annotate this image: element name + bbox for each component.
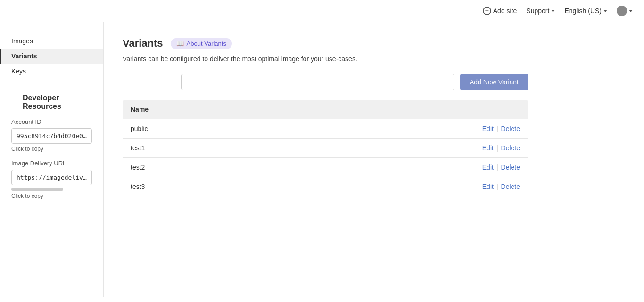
delivery-url-scrollbar[interactable] [11, 188, 63, 191]
sidebar-item-images[interactable]: Images [0, 33, 103, 49]
developer-resources-section: Developer Resources Account ID 995c8914c… [0, 94, 103, 199]
delete-variant-link[interactable]: Delete [501, 144, 520, 152]
add-site-button[interactable]: + Add site [483, 7, 517, 15]
delete-variant-link[interactable]: Delete [501, 125, 520, 132]
variant-actions-cell: Edit|Delete [279, 158, 528, 177]
variant-actions-cell: Edit|Delete [279, 139, 528, 158]
support-chevron-icon [551, 10, 555, 12]
edit-variant-link[interactable]: Edit [482, 163, 494, 171]
sidebar: Images Variants Keys Developer Resources… [0, 22, 104, 297]
language-chevron-icon [603, 10, 607, 12]
page-header: Variants 📖 About Variants [123, 37, 625, 49]
language-menu[interactable]: English (US) [564, 7, 607, 15]
page-description: Variants can be configured to deliver th… [123, 55, 625, 63]
developer-resources-title: Developer Resources [11, 94, 92, 111]
edit-variant-link[interactable]: Edit [482, 144, 494, 152]
main-content: Variants 📖 About Variants Variants can b… [104, 22, 644, 297]
account-id-copy-hint[interactable]: Click to copy [11, 146, 92, 152]
search-row: Add New Variant [123, 74, 528, 90]
action-separator: | [496, 163, 498, 171]
language-label: English (US) [564, 7, 602, 15]
topnav: + Add site Support English (US) [0, 0, 644, 22]
sidebar-item-variants[interactable]: Variants [0, 49, 103, 64]
column-name-header: Name [123, 100, 279, 119]
delete-variant-link[interactable]: Delete [501, 183, 520, 190]
delivery-url-copy-hint[interactable]: Click to copy [11, 193, 92, 199]
delivery-url-field[interactable]: https://imagedelivery.net/7kW0MTMw [11, 170, 92, 185]
sidebar-nav: Images Variants Keys [0, 33, 103, 79]
support-menu[interactable]: Support [526, 7, 555, 15]
book-icon: 📖 [176, 40, 184, 47]
add-site-label: Add site [493, 7, 517, 15]
action-separator: | [496, 183, 498, 190]
add-new-variant-button[interactable]: Add New Variant [460, 74, 528, 90]
delivery-url-label: Image Delivery URL [11, 160, 92, 167]
action-separator: | [496, 125, 498, 132]
delete-variant-link[interactable]: Delete [501, 163, 520, 171]
user-chevron-icon [629, 10, 633, 12]
column-actions-header [279, 100, 528, 119]
add-site-icon: + [483, 7, 491, 15]
main-layout: Images Variants Keys Developer Resources… [0, 22, 644, 297]
page-title: Variants [123, 37, 163, 49]
table-row: publicEdit|Delete [123, 119, 528, 139]
table-header-row: Name [123, 100, 528, 119]
support-label: Support [526, 7, 549, 15]
variant-name-cell: test1 [123, 139, 279, 158]
variant-name-cell: test3 [123, 177, 279, 196]
action-separator: | [496, 144, 498, 152]
table-row: test2Edit|Delete [123, 158, 528, 177]
account-id-field[interactable]: 995c8914c7b4d020e0626e366766bcb5 [11, 128, 92, 144]
edit-variant-link[interactable]: Edit [482, 183, 494, 190]
variants-table: Name publicEdit|Deletetest1Edit|Deletete… [123, 99, 528, 196]
variant-actions-cell: Edit|Delete [279, 119, 528, 139]
table-row: test3Edit|Delete [123, 177, 528, 196]
edit-variant-link[interactable]: Edit [482, 125, 494, 132]
search-input[interactable] [181, 74, 454, 90]
variant-name-cell: test2 [123, 158, 279, 177]
sidebar-item-keys[interactable]: Keys [0, 64, 103, 79]
variant-name-cell: public [123, 119, 279, 139]
user-menu[interactable] [617, 6, 633, 16]
user-avatar-icon [617, 6, 627, 16]
about-variants-badge[interactable]: 📖 About Variants [171, 38, 232, 49]
about-badge-label: About Variants [187, 40, 226, 47]
table-row: test1Edit|Delete [123, 139, 528, 158]
account-id-label: Account ID [11, 118, 92, 125]
variant-actions-cell: Edit|Delete [279, 177, 528, 196]
